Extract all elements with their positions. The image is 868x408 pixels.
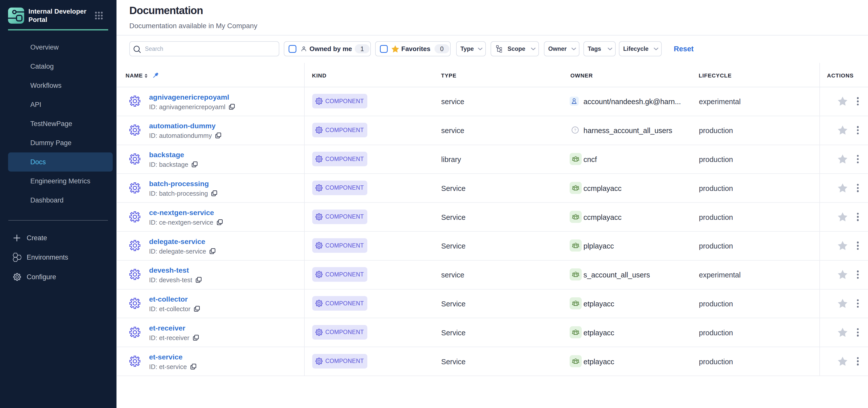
svg-text:?: ? xyxy=(574,128,576,132)
